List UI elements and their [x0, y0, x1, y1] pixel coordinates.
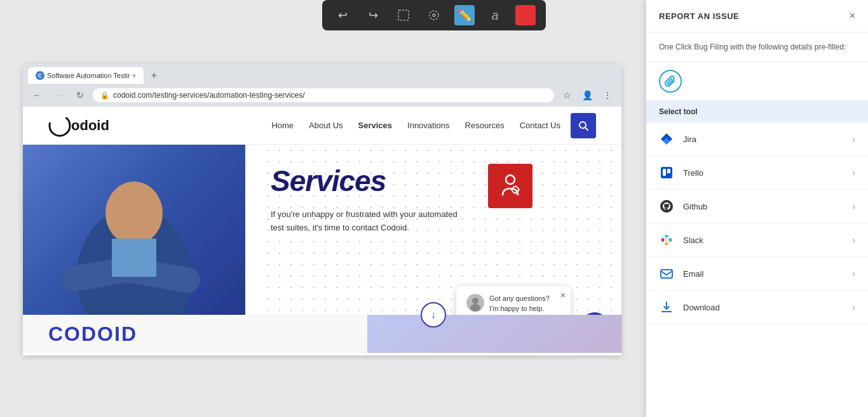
tool-item-trello[interactable]: Trello › — [646, 156, 868, 190]
tool-item-download[interactable]: Download › — [646, 291, 868, 324]
jira-logo — [660, 132, 674, 146]
github-icon — [659, 199, 674, 214]
svg-rect-29 — [661, 270, 672, 278]
lasso-tool-button[interactable] — [424, 5, 444, 25]
email-arrow: › — [852, 268, 855, 279]
jira-label: Jira — [683, 135, 843, 144]
svg-rect-27 — [665, 242, 668, 245]
drawing-toolbar: ↩ ↪ ✏️ a — [322, 0, 546, 30]
svg-rect-26 — [669, 238, 672, 242]
tool-list: Jira › Trello › Github — [646, 122, 868, 417]
text-tool-button[interactable]: a — [485, 5, 505, 25]
tool-item-slack[interactable]: Slack › — [646, 223, 868, 257]
site-logo[interactable]: odoid — [48, 114, 109, 137]
site-navigation: odoid Home About Us Services Innovations… — [23, 107, 621, 145]
tool-item-jira[interactable]: Jira › — [646, 122, 868, 156]
nav-services[interactable]: Services — [358, 121, 393, 130]
svg-rect-25 — [665, 235, 668, 237]
github-arrow: › — [852, 201, 855, 211]
browser-nav-actions: ☆ 👤 ⋮ — [558, 86, 616, 104]
search-icon — [578, 120, 589, 131]
trello-logo — [660, 166, 674, 180]
website-content: odoid Home About Us Services Innovations… — [23, 107, 621, 353]
report-panel: REPORT AN ISSUE × One Click Bug Filing w… — [646, 0, 868, 417]
browser-tab-active[interactable]: C Software Automation Testing | A... × — [28, 67, 144, 84]
forward-button[interactable]: → — [50, 86, 67, 104]
logo-icon — [48, 114, 71, 137]
more-options-button[interactable]: ⋮ — [599, 86, 616, 104]
nav-about[interactable]: About Us — [309, 121, 342, 130]
tool-item-github[interactable]: Github › — [646, 190, 868, 223]
attachment-button[interactable] — [659, 70, 682, 93]
report-close-button[interactable]: × — [850, 10, 855, 22]
svg-rect-21 — [663, 169, 666, 176]
svg-rect-22 — [667, 169, 670, 173]
slack-arrow: › — [852, 235, 855, 245]
svg-point-3 — [50, 116, 70, 136]
undo-button[interactable]: ↩ — [332, 5, 353, 25]
refresh-button[interactable]: ↻ — [71, 86, 89, 104]
logo-text: odoid — [71, 117, 109, 134]
report-subtitle: One Click Bug Filing with the following … — [646, 32, 868, 62]
nav-innovations[interactable]: Innovations — [407, 121, 450, 130]
svg-rect-24 — [661, 238, 664, 242]
tab-title: Software Automation Testing | A... — [47, 72, 130, 79]
svg-rect-28 — [665, 238, 668, 242]
back-button[interactable]: ← — [28, 86, 46, 104]
profile-button[interactable]: 👤 — [578, 86, 596, 104]
slack-icon — [659, 232, 674, 248]
attachment-section — [646, 62, 868, 101]
email-icon — [659, 266, 674, 281]
email-logo — [660, 267, 674, 281]
svg-rect-20 — [661, 167, 672, 178]
tab-favicon: C — [36, 71, 44, 80]
trello-icon — [659, 165, 674, 180]
svg-line-5 — [585, 128, 588, 130]
download-label: Download — [683, 303, 843, 312]
download-arrow: › — [852, 302, 855, 312]
svg-rect-10 — [112, 239, 156, 277]
services-icon-box — [488, 164, 532, 208]
scroll-down-button[interactable]: ↓ — [421, 302, 446, 328]
color-picker-button[interactable] — [515, 5, 536, 25]
browser-chrome: C Software Automation Testing | A... × +… — [23, 63, 621, 107]
pen-tool-button[interactable]: ✏️ — [454, 5, 475, 25]
paperclip-icon — [665, 76, 676, 87]
codoid-brand-text: CODOID — [23, 322, 137, 346]
tab-close-button[interactable]: × — [132, 72, 136, 79]
svg-point-23 — [660, 200, 673, 213]
browser-tabs: C Software Automation Testing | A... × + — [23, 63, 621, 84]
trello-label: Trello — [683, 168, 843, 178]
report-title: REPORT AN ISSUE — [659, 11, 739, 21]
svg-point-11 — [506, 175, 515, 184]
nav-contact[interactable]: Contact Us — [520, 121, 560, 130]
slack-logo — [660, 233, 674, 247]
tool-item-email[interactable]: Email › — [646, 257, 868, 291]
svg-point-9 — [105, 182, 163, 245]
lock-icon: 🔒 — [100, 91, 109, 100]
download-logo — [660, 300, 674, 314]
new-tab-button[interactable]: + — [146, 68, 161, 83]
site-nav-links: Home About Us Services Innovations Resou… — [271, 121, 560, 130]
browser-window: C Software Automation Testing | A... × +… — [23, 63, 621, 355]
slack-label: Slack — [683, 235, 843, 245]
browser-nav: ← → ↻ 🔒 codoid.com/testing-services/auto… — [23, 84, 621, 107]
nav-resources[interactable]: Resources — [465, 121, 505, 130]
gear-person-icon — [498, 173, 523, 199]
select-tool-header: Select tool — [646, 101, 868, 122]
github-logo — [660, 199, 674, 213]
site-search-button[interactable] — [571, 113, 596, 138]
hero-text-content: Services If you're unhappy or frustrated… — [245, 145, 621, 353]
url-text: codoid.com/testing-services/automation-t… — [113, 91, 304, 100]
nav-home[interactable]: Home — [271, 121, 294, 130]
bookmark-button[interactable]: ☆ — [558, 86, 576, 104]
report-header: REPORT AN ISSUE × — [646, 0, 868, 32]
jira-icon — [659, 131, 674, 147]
svg-rect-0 — [398, 10, 409, 20]
jira-arrow: › — [852, 134, 855, 144]
hero-title: Services — [271, 164, 596, 198]
address-bar[interactable]: 🔒 codoid.com/testing-services/automation… — [93, 88, 554, 102]
select-tool-button[interactable] — [393, 5, 414, 25]
github-label: Github — [683, 202, 843, 211]
redo-button[interactable]: ↪ — [363, 5, 383, 25]
